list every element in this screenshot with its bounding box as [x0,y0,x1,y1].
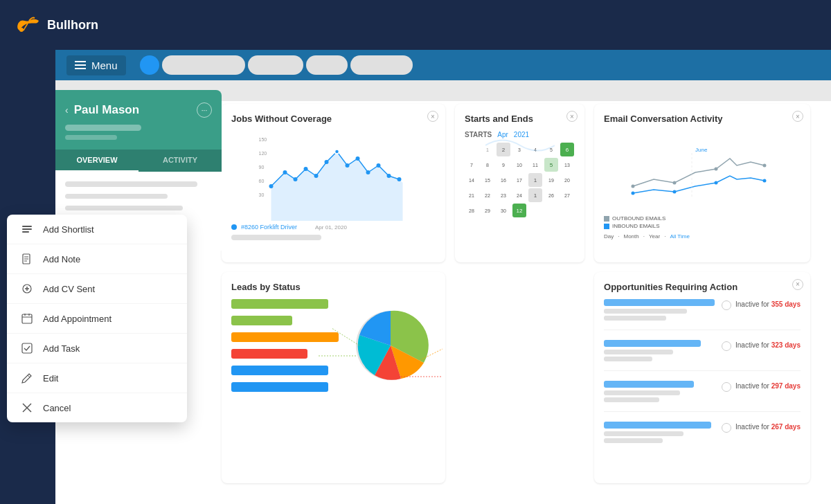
svg-point-6 [269,184,274,188]
menu-item-cancel[interactable]: Cancel [7,393,187,422]
menu-item-add-task[interactable]: Add Task [7,334,187,363]
cal-cell [544,204,558,217]
opp-bar-blue-2 [604,340,701,347]
menu-item-add-note[interactable]: Add Note [7,244,187,274]
opp-widget-close[interactable]: × [792,279,803,290]
filter-year[interactable]: Year [649,233,660,240]
svg-point-20 [673,181,677,185]
cal-cell: 16 [497,173,510,187]
menu-button[interactable]: Menu [66,55,126,75]
svg-point-21 [715,168,718,171]
cal-cell: 21 [465,188,479,202]
opportunities-widget: Opportunities Requiring Action × Inactiv… [594,272,810,484]
menu-item-add-shortlist[interactable]: Add Shortlist [7,215,187,244]
svg-point-15 [366,170,370,174]
cancel-icon [21,402,33,414]
svg-point-13 [346,163,350,168]
svg-line-32 [415,349,443,363]
bullhorn-logo: Bullhorn [14,11,98,39]
lead-bar-row-3 [231,332,339,342]
cal-cell: 11 [528,158,542,172]
opp-bar-gray-1a [604,309,687,314]
svg-rect-48 [22,343,32,353]
opp-bar-blue-4 [604,422,711,429]
opp-status-2: Inactive for 323 days [722,340,801,351]
tab-pill-3[interactable] [306,55,348,75]
task-icon [21,342,33,354]
cal-cell: 19 [544,173,558,187]
cal-cell: 7 [465,158,479,172]
opp-circle-4[interactable] [722,423,731,433]
lead-bar-row-4 [231,349,339,359]
cal-cell-5: 5 [544,158,558,172]
job-dot [231,224,237,230]
cv-label: Add CV Sent [43,284,95,294]
opp-circle-2[interactable] [722,341,731,351]
svg-rect-35 [22,228,32,230]
jobs-without-coverage-widget: Jobs Without Coverage × 150 120 90 60 30 [222,104,445,262]
cal-cell: 15 [481,173,494,187]
svg-point-23 [632,192,635,195]
opp-circle-1[interactable] [722,300,731,310]
opp-status-3: Inactive for 297 days [722,381,801,392]
filter-all-time[interactable]: All Time [670,233,689,240]
profile-subtitle-bar2 [65,135,117,140]
svg-point-0 [19,28,24,32]
cal-cell-1a: 1 [528,173,542,187]
opp-status-4: Inactive for 267 days [722,422,801,433]
cal-cell: 30 [497,204,510,217]
opp-content-4 [604,422,715,445]
tab-pill-1[interactable] [162,55,245,75]
inbound-label: INBOUND EMAILS [612,223,659,229]
cal-cell: 26 [544,188,558,202]
svg-point-16 [377,163,381,168]
hamburger-icon [75,61,86,69]
opp-circle-3[interactable] [722,382,731,392]
lead-bar-row-6 [231,382,339,392]
menu-item-add-cv[interactable]: Add CV Sent [7,274,187,304]
tab-activity[interactable]: ACTIVITY [138,150,222,172]
opp-bar-gray-4b [604,438,663,443]
email-conversation-widget: Email Conversation Activity × June [594,104,810,262]
opp-status-1: Inactive for 355 days [722,299,801,310]
opp-bar-blue-3 [604,381,694,388]
svg-text:90: 90 [259,165,265,170]
svg-point-11 [325,160,329,164]
opp-content-2 [604,340,715,363]
menu-item-add-appointment[interactable]: Add Appointment [7,304,187,334]
jobs-widget-close[interactable]: × [427,111,438,122]
profile-line-3 [65,206,183,210]
tab-pill-4[interactable] [350,55,413,75]
outbound-label: OUTBOUND EMAILS [612,215,665,222]
leads-by-status-widget: Leads by Status [222,272,445,484]
svg-point-8 [294,177,298,181]
opp-bar-gray-2b [604,357,652,361]
job-bar [231,235,321,240]
edit-icon [21,372,33,384]
svg-text:120: 120 [259,151,267,156]
opp-content-1 [604,299,715,323]
menu-item-edit[interactable]: Edit [7,363,187,393]
cal-cell: 14 [465,173,479,187]
tab-overview[interactable]: OVERVIEW [55,150,138,172]
edit-label: Edit [43,373,58,384]
profile-more-button[interactable]: ··· [197,102,212,118]
svg-point-14 [356,156,360,161]
tab-pill-2[interactable] [248,55,303,75]
back-button[interactable]: ‹ [65,105,69,116]
inactive-days-3: 297 days [771,382,801,390]
time-filters: Day · Month · Year · All Time [604,233,801,240]
cal-cell: 10 [512,158,526,172]
active-tab-indicator[interactable] [140,55,159,75]
starts-ends-close[interactable]: × [566,111,578,122]
job-label: #8260 Forklift Driver [241,224,297,231]
email-widget-close[interactable]: × [792,111,803,122]
lead-bar-row-1 [231,299,339,309]
filter-day[interactable]: Day [604,233,614,240]
starts-ends-title: Starts and Ends [465,114,575,124]
leads-title: Leads by Status [231,282,436,292]
svg-point-7 [283,170,287,174]
svg-point-24 [673,190,677,194]
filter-month[interactable]: Month [624,233,639,240]
opp-bar-gray-2a [604,350,673,354]
